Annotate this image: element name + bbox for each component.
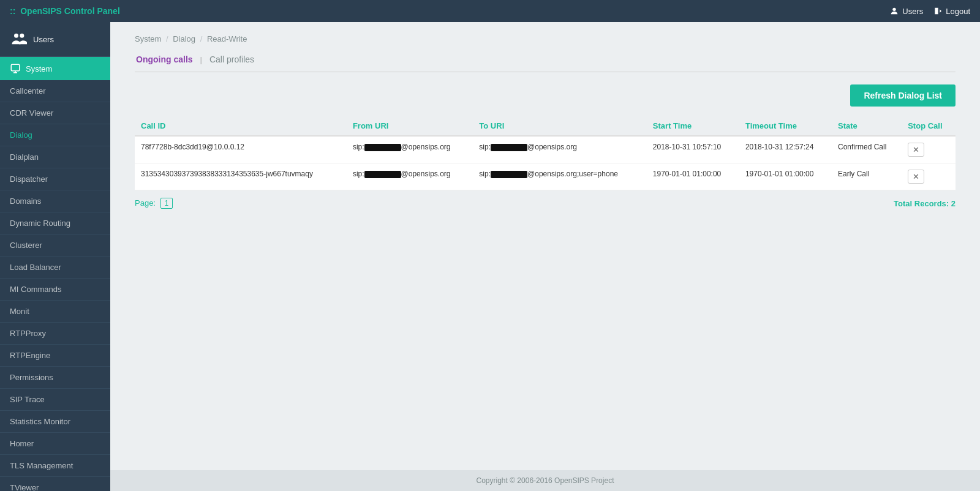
sidebar-item-rtpengine[interactable]: RTPEngine [0,345,110,367]
dialog-table: Call ID From URI To URI Start Time Timeo… [135,116,956,190]
topbar-actions: Users Logout [889,6,970,16]
sidebar-item-sip-trace[interactable]: SIP Trace [0,389,110,411]
brand-name: OpenSIPS Control Panel [20,6,120,16]
sidebar-users-item[interactable]: Users [0,22,110,57]
sidebar-item-load-balancer[interactable]: Load Balancer [0,257,110,279]
col-to-uri: To URI [473,116,647,136]
redacted-from-1 [364,171,401,178]
col-start-time: Start Time [647,116,739,136]
redacted-from-0 [364,144,401,151]
stop-call-button-1[interactable]: ✕ [908,170,924,184]
cell-start-time: 1970-01-01 01:00:00 [647,163,739,190]
col-from-uri: From URI [347,116,473,136]
cell-from-uri: sip: @opensips.org [347,163,473,190]
system-icon [10,63,21,74]
sidebar-item-clusterer[interactable]: Clusterer [0,234,110,257]
cell-stop-call: ✕ [902,136,956,163]
cell-timeout-time: 1970-01-01 01:00:00 [739,163,832,190]
stop-call-button-0[interactable]: ✕ [908,143,924,157]
sidebar-item-statistics-monitor[interactable]: Statistics Monitor [0,411,110,433]
redacted-to-1 [491,171,527,178]
sidebar-item-domains[interactable]: Domains [0,190,110,212]
app-brand: :: OpenSIPS Control Panel [10,6,889,16]
table-row: 78f7728b-8dc3dd19@10.0.0.12sip: @opensip… [135,136,956,163]
sidebar-item-dialplan[interactable]: Dialplan [0,146,110,168]
col-state: State [832,116,902,136]
sidebar-item-monit[interactable]: Monit [0,301,110,323]
toolbar-row: Refresh Dialog List [135,84,956,107]
cell-timeout-time: 2018-10-31 12:57:24 [739,136,832,163]
tabs-bar: Ongoing calls | Call profiles [135,52,956,72]
sidebar-item-dialog[interactable]: Dialog [0,124,110,146]
page-number[interactable]: 1 [160,198,173,209]
page-info: Page: 1 [135,198,173,209]
logout-label: Logout [946,7,970,16]
sidebar-item-callcenter[interactable]: Callcenter [0,80,110,102]
cell-start-time: 2018-10-31 10:57:10 [647,136,739,163]
redacted-to-0 [491,144,527,151]
svg-point-0 [893,8,896,11]
col-call-id: Call ID [135,116,347,136]
users-button[interactable]: Users [889,6,923,16]
sidebar-system-label: System [26,64,52,73]
sidebar-item-system[interactable]: System [0,57,110,80]
footer-text: Copyright © 2006-2016 OpenSIPS Project [477,476,614,485]
table-row: 313534303937393838333134353635-jw667tuvm… [135,163,956,190]
sidebar-item-permissions[interactable]: Permissions [0,367,110,389]
cell-to-uri: sip: @opensips.org [473,136,647,163]
sidebar-item-cdr-viewer[interactable]: CDR Viewer [0,102,110,124]
sidebar-item-mi-commands[interactable]: MI Commands [0,279,110,301]
users-group-icon [10,31,27,48]
logout-button[interactable]: Logout [933,6,970,16]
cell-state: Early Call [832,163,902,190]
col-timeout-time: Timeout Time [739,116,832,136]
svg-point-1 [14,34,18,38]
sidebar-item-tls-management[interactable]: TLS Management [0,455,110,477]
svg-point-2 [20,34,24,38]
breadcrumb: System / Dialog / Read-Write [135,34,956,43]
topbar: :: OpenSIPS Control Panel Users Logout [0,0,980,22]
user-icon [889,6,899,16]
col-stop-call: Stop Call [902,116,956,136]
logout-icon [933,6,943,16]
brand-prefix: :: [10,6,15,16]
tab-ongoing-calls[interactable]: Ongoing calls [135,52,194,67]
total-records: Total Records: 2 [894,199,956,208]
cell-to-uri: sip: @opensips.org;user=phone [473,163,647,190]
pagination-row: Page: 1 Total Records: 2 [135,198,956,209]
footer: Copyright © 2006-2016 OpenSIPS Project [110,470,980,491]
refresh-dialog-list-button[interactable]: Refresh Dialog List [850,84,956,107]
cell-call-id: 78f7728b-8dc3dd19@10.0.0.12 [135,136,347,163]
cell-stop-call: ✕ [902,163,956,190]
sidebar-users-label: Users [33,35,54,44]
cell-state: Confirmed Call [832,136,902,163]
sidebar-item-homer[interactable]: Homer [0,433,110,455]
cell-call-id: 313534303937393838333134353635-jw667tuvm… [135,163,347,190]
tab-call-profiles[interactable]: Call profiles [208,52,255,67]
cell-from-uri: sip: @opensips.org [347,136,473,163]
sidebar-item-dynamic-routing[interactable]: Dynamic Routing [0,212,110,234]
sidebar-item-tviewer[interactable]: TViewer [0,477,110,491]
sidebar-item-dispatcher[interactable]: Dispatcher [0,168,110,190]
sidebar-item-rtpproxy[interactable]: RTPProxy [0,323,110,345]
users-label: Users [902,7,923,16]
sidebar: Users System Callcenter CDR Viewer Dialo… [0,22,110,491]
svg-rect-3 [11,64,20,71]
